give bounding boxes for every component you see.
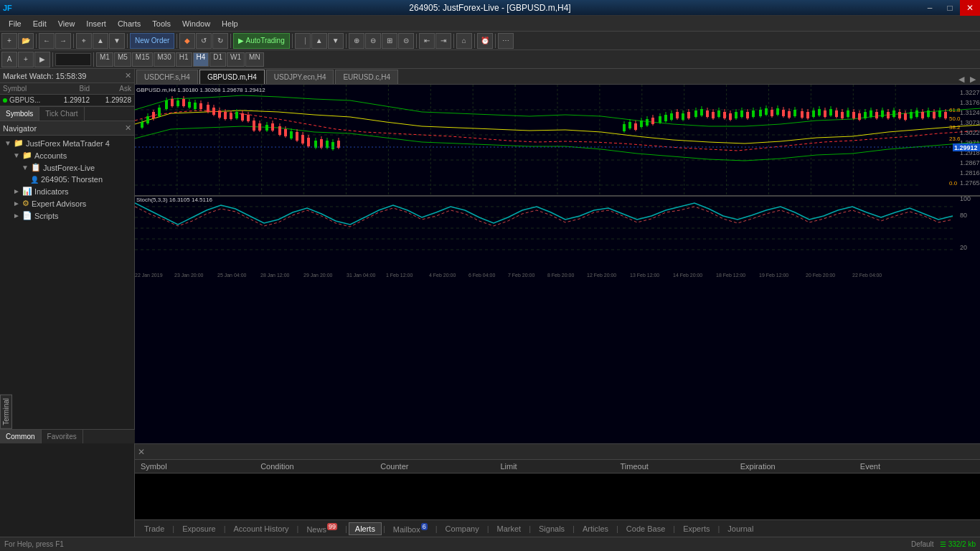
svg-text:14 Feb 20:00: 14 Feb 20:00 [673,273,702,278]
tab-sep-3: | [296,524,301,533]
crosshair-button[interactable]: ⌖ [76,33,92,49]
chart-tab-eurusd[interactable]: EURUSD.c,H4 [335,70,398,84]
tab-mailbox[interactable]: Mailbox6 [387,521,434,536]
menu-help[interactable]: Help [216,18,244,29]
tf-m5[interactable]: M5 [114,52,131,67]
mw-tab-tickchart[interactable]: Tick Chart [39,107,84,121]
navigator-close[interactable]: ✕ [125,123,131,133]
maximize-button[interactable]: □ [940,0,960,16]
market-watch-close[interactable]: ✕ [125,71,131,80]
chart-tab-usdjpy[interactable]: USDJPY.ecn,H4 [266,70,334,84]
nav-item-indicators[interactable]: ► 📊 Indicators [1,185,133,197]
zoom-in-button[interactable]: ▲ [93,33,108,49]
tab-news[interactable]: News99 [300,521,344,536]
nav-item-account[interactable]: 👤 264905: Thorsten [1,174,133,185]
tab-company[interactable]: Company [439,522,486,535]
mw-header-ask: Ask [93,83,134,94]
period-button[interactable]: ⏰ [477,33,493,49]
crosshair-tool[interactable]: + [18,52,34,67]
tf-w1[interactable]: W1 [227,52,245,67]
tf-h4[interactable]: H4 [193,52,209,67]
tf-h1[interactable]: H1 [176,52,192,67]
back-button[interactable]: ⇤ [419,33,435,49]
home-button[interactable]: ⌂ [456,33,472,49]
nav-item-accounts[interactable]: ▼ 📁 Accounts [1,149,133,161]
nav-folder-icon: 📁 [14,138,24,148]
open-button[interactable]: 📂 [18,33,34,49]
close-button[interactable]: ✕ [960,0,980,16]
menu-file[interactable]: File [3,18,27,29]
line-chart-button[interactable]: ▲ [311,33,327,49]
tab-favorites[interactable]: Favorites [42,430,83,443]
tf-m1[interactable]: M1 [96,52,113,67]
tab-alerts[interactable]: Alerts [349,522,382,535]
tf-mn[interactable]: MN [245,52,264,67]
chart-tab-prev[interactable]: ◀ [956,75,967,84]
formula-input[interactable] [55,53,91,66]
tab-signals[interactable]: Signals [532,522,571,535]
terminal-tab[interactable]: Terminal [0,395,12,429]
new-order-button[interactable]: New Order [130,33,174,49]
tab-account-history[interactable]: Account History [227,522,296,535]
grid-button[interactable]: ⊝ [398,33,414,49]
svg-text:1.31240: 1.31240 [960,109,980,116]
bar-chart-button[interactable]: ▼ [328,33,344,49]
nav-item-ea[interactable]: ► ⚙ Expert Advisors [1,197,133,209]
tab-experts[interactable]: Experts [677,522,716,535]
nav-item-scripts[interactable]: ► 📄 Scripts [1,209,133,222]
svg-text:38.2: 38.2 [949,124,961,131]
chart-tab-next[interactable]: ▶ [967,75,979,84]
svg-text:8 Feb 20:00: 8 Feb 20:00 [547,273,574,278]
fit-button[interactable]: ⊞ [382,33,397,49]
alerts-close-icon[interactable]: ✕ [138,447,145,457]
nav-item-root[interactable]: ▼ 📁 JustForex MetaTrader 4 [1,137,133,149]
tf-m15[interactable]: M15 [132,52,153,67]
autotrading-button[interactable]: ▶ AutoTrading [233,33,289,49]
zoom-out-button[interactable]: ▼ [109,33,125,49]
sell-button[interactable]: ↺ [196,33,212,49]
refresh-button[interactable]: ↻ [212,33,228,49]
tab-articles[interactable]: Articles [576,522,615,535]
menu-window[interactable]: Window [176,18,216,29]
chart-tab-usdchf[interactable]: USDCHF.s,H4 [136,70,198,84]
pointer-tool[interactable]: ▶ [34,52,50,67]
left-panel: Market Watch: 15:58:39 ✕ Symbol Bid Ask … [0,69,135,537]
tab-common[interactable]: Common [0,430,42,443]
tab-exposure[interactable]: Exposure [176,522,222,535]
menu-tools[interactable]: Tools [146,18,176,29]
chart-type-button[interactable]: ⎹ [295,33,311,49]
svg-rect-227 [135,197,980,443]
tab-journal[interactable]: Journal [721,522,760,535]
fwd-button[interactable]: ⇥ [435,33,451,49]
svg-text:20: 20 [960,244,967,251]
chart-canvas[interactable]: 1.32275 1.31765 1.31240 1.30730 1.30220 … [135,85,980,443]
zoom-in2-button[interactable]: ⊕ [349,33,364,49]
tab-codebase[interactable]: Code Base [620,522,672,535]
tab-market[interactable]: Market [491,522,528,535]
svg-text:29 Jan 20:00: 29 Jan 20:00 [303,273,333,278]
undo-button[interactable]: ← [39,33,55,49]
chart-tab-gbpusd[interactable]: GBPUSD.m,H4 [199,70,265,84]
buy-button[interactable]: ◆ [179,33,195,49]
options-button[interactable]: ⋯ [498,33,514,49]
mw-ask: 1.29928 [93,95,134,105]
menu-edit[interactable]: Edit [27,18,52,29]
toolbar-main: + 📂 ← → ⌖ ▲ ▼ New Order ◆ ↺ ↻ ▶ AutoTrad… [0,32,980,50]
nav-item-justforex[interactable]: ▼ 📋 JustForex-Live [1,161,133,174]
text-tool[interactable]: A [1,52,17,67]
menu-charts[interactable]: Charts [112,18,146,29]
nav-scripts-label: Scripts [34,212,59,220]
new-chart-button[interactable]: + [1,33,17,49]
menu-insert[interactable]: Insert [80,18,112,29]
redo-button[interactable]: → [55,33,71,49]
tf-d1[interactable]: D1 [209,52,226,67]
svg-text:23.6: 23.6 [949,136,961,142]
tab-trade[interactable]: Trade [138,522,171,535]
mw-row-gbpusd[interactable]: GBPUS... 1.29912 1.29928 [0,95,134,106]
zoom-out2-button[interactable]: ⊖ [365,33,381,49]
mw-tab-symbols[interactable]: Symbols [0,107,39,121]
alert-col-counter: Counter [377,461,497,471]
minimize-button[interactable]: – [920,0,940,16]
tf-m30[interactable]: M30 [154,52,174,67]
menu-view[interactable]: View [52,18,81,29]
